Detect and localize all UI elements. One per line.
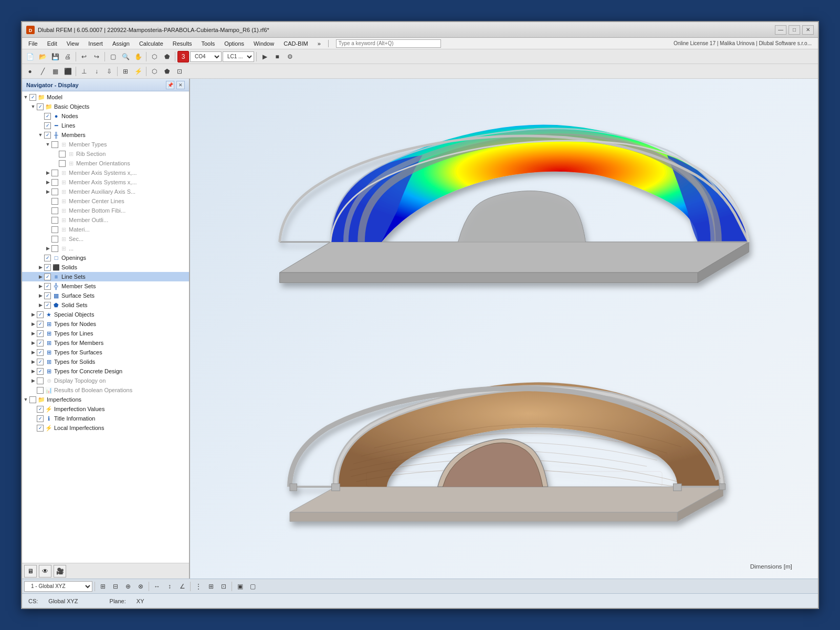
tree-checkbox-local-imperfections[interactable] [37, 425, 44, 432]
tb-node[interactable]: ● [24, 66, 36, 77]
tree-item-types-solids[interactable]: ▶⊞Types for Solids [22, 357, 189, 366]
menu-window[interactable]: Window [249, 39, 278, 48]
tree-item-surfaces-group[interactable]: ▶⊞... [22, 244, 189, 253]
tree-checkbox-lines[interactable] [44, 122, 51, 129]
tree-checkbox-types-nodes[interactable] [37, 321, 44, 328]
tree-checkbox-openings[interactable] [44, 255, 51, 261]
tree-checkbox-sections[interactable] [51, 236, 58, 243]
tree-item-member-aux[interactable]: ▶⊞Member Auxiliary Axis S... [22, 187, 189, 196]
tb-view3[interactable]: ⊡ [174, 66, 185, 77]
tree-item-display-topology[interactable]: ▶⊕Display Topology on [22, 376, 189, 385]
tb-calc[interactable]: ⚡ [132, 66, 144, 77]
tree-checkbox-title-information[interactable] [37, 415, 44, 422]
tree-expander-member-types[interactable]: ▼ [44, 141, 51, 148]
tree-checkbox-special-objects[interactable] [37, 311, 44, 318]
tree-expander-solids[interactable]: ▶ [37, 264, 44, 271]
tree-checkbox-types-concrete[interactable] [37, 368, 44, 375]
tree-item-lines[interactable]: ━Lines [22, 121, 189, 130]
tree-checkbox-member-types[interactable] [51, 141, 58, 148]
tree-item-member-axis-x2[interactable]: ▶⊞Member Axis Systems x,... [22, 177, 189, 187]
tree-expander-special-objects[interactable]: ▶ [29, 311, 37, 318]
tree-item-member-orientations[interactable]: ⊞Member Orientations [22, 159, 189, 168]
tree-checkbox-solid-sets[interactable] [44, 302, 51, 309]
tree-checkbox-member-center[interactable] [51, 198, 58, 205]
menu-edit[interactable]: Edit [43, 39, 61, 48]
tree-checkbox-member-outline[interactable] [51, 217, 58, 224]
viewport[interactable]: Dimensions [m] [190, 79, 818, 579]
tb-view2[interactable]: ⬟ [161, 66, 173, 77]
tb-new[interactable]: 📄 [24, 51, 36, 62]
lc1-dropdown[interactable]: LC1 ... [223, 51, 254, 62]
bt-snap4[interactable]: ⊗ [135, 581, 146, 592]
tb-redo[interactable]: ↪ [91, 51, 102, 62]
tree-item-types-nodes[interactable]: ▶⊞Types for Nodes [22, 319, 189, 329]
tree-item-member-center[interactable]: ⊞Member Center Lines [22, 196, 189, 206]
bt-angle[interactable]: ∠ [176, 581, 188, 592]
bt-axis2[interactable]: ↕ [164, 581, 175, 592]
tree-expander-members[interactable]: ▼ [37, 131, 44, 139]
tree-item-openings[interactable]: □Openings [22, 253, 189, 262]
tree-checkbox-materials[interactable] [51, 226, 58, 233]
tb-wire[interactable]: ⬟ [161, 51, 173, 62]
tb-run[interactable]: ▶ [259, 51, 270, 62]
tree-checkbox-surfaces-group[interactable] [51, 245, 58, 252]
maximize-button[interactable]: □ [789, 25, 800, 35]
tree-item-results-boolean[interactable]: 📊Results of Boolean Operations [22, 385, 189, 395]
tb-3d[interactable]: ⬡ [149, 51, 160, 62]
tb-pan[interactable]: ✋ [132, 51, 144, 62]
nav-pin-button[interactable]: 📌 [166, 81, 174, 89]
tree-checkbox-model[interactable] [29, 94, 36, 101]
tree-checkbox-types-solids[interactable] [37, 359, 44, 365]
tree-checkbox-imperfections[interactable] [29, 396, 36, 403]
tree-expander-types-surfaces[interactable]: ▶ [29, 349, 37, 356]
menu-insert[interactable]: Insert [84, 39, 107, 48]
tree-expander-types-nodes[interactable]: ▶ [29, 320, 37, 328]
tree-expander-member-axis-x2[interactable]: ▶ [44, 178, 51, 186]
tree-checkbox-member-sets[interactable] [44, 283, 51, 290]
tree-expander-types-lines[interactable]: ▶ [29, 330, 37, 337]
tree-expander-types-concrete[interactable]: ▶ [29, 368, 37, 375]
tree-checkbox-members[interactable] [44, 132, 51, 139]
bt-snap2[interactable]: ⊟ [110, 581, 121, 592]
tree-checkbox-member-axis-x1[interactable] [51, 170, 58, 176]
tree-item-special-objects[interactable]: ▶★Special Objects [22, 310, 189, 319]
tree-checkbox-rib-section[interactable] [59, 151, 66, 158]
bt-grid1[interactable]: ⋮ [193, 581, 204, 592]
menu-view[interactable]: View [62, 39, 83, 48]
tb-results[interactable]: 3 [177, 51, 189, 62]
nav-eye-button[interactable]: 👁 [39, 565, 51, 578]
tb-zoom[interactable]: 🔍 [120, 51, 131, 62]
tb-undo[interactable]: ↩ [78, 51, 90, 62]
tb-stop[interactable]: ■ [271, 51, 283, 62]
nav-camera-button[interactable]: 🎥 [54, 565, 66, 578]
tb-open[interactable]: 📂 [37, 51, 48, 62]
tree-item-sections[interactable]: ⊞Sec... [22, 234, 189, 244]
tree-item-member-types[interactable]: ▼⊞Member Types [22, 140, 189, 149]
tb-print[interactable]: 🖨 [62, 51, 74, 62]
menu-file[interactable]: File [24, 39, 42, 48]
search-input[interactable] [336, 39, 441, 48]
tree-item-member-outline[interactable]: ⊞Member Outli... [22, 215, 189, 225]
tree-expander-basic-objects[interactable]: ▼ [29, 103, 37, 110]
tree-item-imperfections[interactable]: ▼📁Imperfections [22, 395, 189, 404]
tree-item-types-lines[interactable]: ▶⊞Types for Lines [22, 329, 189, 338]
tree-item-members[interactable]: ▼╫Members [22, 130, 189, 140]
nav-close-button[interactable]: ✕ [176, 81, 185, 89]
menu-calculate[interactable]: Calculate [135, 39, 167, 48]
tree-item-local-imperfections[interactable]: ⚡Local Imperfections [22, 423, 189, 433]
tree-checkbox-imperfection-values[interactable] [37, 406, 44, 413]
tb-solid[interactable]: ⬛ [62, 66, 74, 77]
tree-item-nodes[interactable]: ●Nodes [22, 111, 189, 121]
tree-expander-member-sets[interactable]: ▶ [37, 282, 44, 290]
tb-load[interactable]: ↓ [91, 66, 102, 77]
tree-expander-solid-sets[interactable]: ▶ [37, 301, 44, 309]
menu-cad-bim[interactable]: CAD-BIM [279, 39, 312, 48]
bt-view-btn2[interactable]: ▢ [247, 581, 258, 592]
tree-expander-types-solids[interactable]: ▶ [29, 358, 37, 365]
tree-expander-surfaces-group[interactable]: ▶ [44, 245, 51, 252]
bt-snap1[interactable]: ⊞ [97, 581, 109, 592]
tree-checkbox-member-orientations[interactable] [59, 160, 66, 167]
tb-save[interactable]: 💾 [49, 51, 61, 62]
bt-snap3[interactable]: ⊕ [122, 581, 134, 592]
tb-load2[interactable]: ⇩ [103, 66, 115, 77]
